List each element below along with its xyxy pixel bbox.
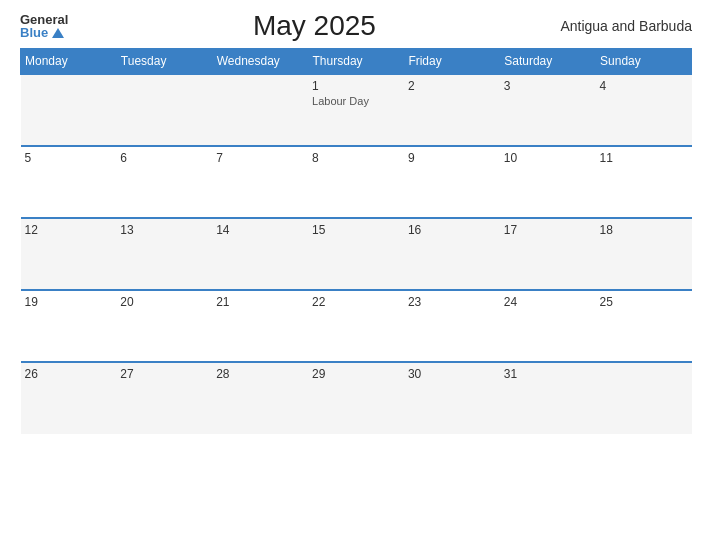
- calendar-day-cell: 11: [596, 146, 692, 218]
- day-number: 5: [25, 151, 113, 165]
- day-number: 12: [25, 223, 113, 237]
- logo-triangle-icon: [52, 28, 64, 38]
- calendar-day-cell: [596, 362, 692, 434]
- calendar-day-cell: 20: [116, 290, 212, 362]
- weekday-header: Sunday: [596, 49, 692, 75]
- calendar-day-cell: 16: [404, 218, 500, 290]
- calendar-week-row: 1Labour Day234: [21, 74, 692, 146]
- calendar-week-row: 19202122232425: [21, 290, 692, 362]
- calendar-day-cell: 3: [500, 74, 596, 146]
- calendar-day-cell: 30: [404, 362, 500, 434]
- day-number: 16: [408, 223, 496, 237]
- calendar-day-cell: 9: [404, 146, 500, 218]
- calendar-day-cell: 5: [21, 146, 117, 218]
- calendar-body: 1Labour Day23456789101112131415161718192…: [21, 74, 692, 434]
- calendar-day-cell: 21: [212, 290, 308, 362]
- weekday-header: Monday: [21, 49, 117, 75]
- logo-blue-text: Blue: [20, 26, 64, 39]
- day-number: 9: [408, 151, 496, 165]
- calendar-title: May 2025: [253, 10, 376, 42]
- day-number: 1: [312, 79, 400, 93]
- day-number: 25: [600, 295, 688, 309]
- calendar-day-cell: 24: [500, 290, 596, 362]
- page-header: General Blue May 2025 Antigua and Barbud…: [20, 10, 692, 42]
- calendar-day-cell: 17: [500, 218, 596, 290]
- calendar-day-cell: 2: [404, 74, 500, 146]
- weekday-header: Friday: [404, 49, 500, 75]
- day-number: 30: [408, 367, 496, 381]
- day-number: 8: [312, 151, 400, 165]
- calendar-week-row: 12131415161718: [21, 218, 692, 290]
- calendar-day-cell: 19: [21, 290, 117, 362]
- calendar-day-cell: 28: [212, 362, 308, 434]
- calendar-day-cell: [116, 74, 212, 146]
- calendar-day-cell: 27: [116, 362, 212, 434]
- day-number: 13: [120, 223, 208, 237]
- day-number: 4: [600, 79, 688, 93]
- calendar-day-cell: 25: [596, 290, 692, 362]
- calendar-day-cell: [212, 74, 308, 146]
- day-number: 3: [504, 79, 592, 93]
- day-number: 7: [216, 151, 304, 165]
- day-number: 31: [504, 367, 592, 381]
- day-number: 17: [504, 223, 592, 237]
- calendar-day-cell: 8: [308, 146, 404, 218]
- calendar-day-cell: 29: [308, 362, 404, 434]
- day-number: 29: [312, 367, 400, 381]
- calendar-day-cell: 22: [308, 290, 404, 362]
- calendar-day-cell: 15: [308, 218, 404, 290]
- calendar-day-cell: 7: [212, 146, 308, 218]
- calendar-day-cell: 18: [596, 218, 692, 290]
- day-number: 10: [504, 151, 592, 165]
- calendar-day-cell: [21, 74, 117, 146]
- calendar-day-cell: 14: [212, 218, 308, 290]
- day-number: 23: [408, 295, 496, 309]
- day-number: 11: [600, 151, 688, 165]
- calendar-day-cell: 1Labour Day: [308, 74, 404, 146]
- calendar-day-cell: 10: [500, 146, 596, 218]
- day-number: 14: [216, 223, 304, 237]
- weekday-header: Wednesday: [212, 49, 308, 75]
- logo: General Blue: [20, 13, 68, 39]
- calendar-week-row: 567891011: [21, 146, 692, 218]
- day-number: 6: [120, 151, 208, 165]
- day-number: 22: [312, 295, 400, 309]
- calendar-day-cell: 12: [21, 218, 117, 290]
- day-number: 2: [408, 79, 496, 93]
- weekday-header: Thursday: [308, 49, 404, 75]
- calendar-day-cell: 13: [116, 218, 212, 290]
- calendar-day-cell: 6: [116, 146, 212, 218]
- calendar-day-cell: 26: [21, 362, 117, 434]
- day-number: 26: [25, 367, 113, 381]
- day-number: 19: [25, 295, 113, 309]
- weekday-row: MondayTuesdayWednesdayThursdayFridaySatu…: [21, 49, 692, 75]
- day-number: 15: [312, 223, 400, 237]
- day-number: 28: [216, 367, 304, 381]
- day-number: 27: [120, 367, 208, 381]
- country-label: Antigua and Barbuda: [560, 18, 692, 34]
- calendar-day-cell: 23: [404, 290, 500, 362]
- calendar-week-row: 262728293031: [21, 362, 692, 434]
- day-number: 24: [504, 295, 592, 309]
- weekday-header: Tuesday: [116, 49, 212, 75]
- holiday-label: Labour Day: [312, 95, 400, 107]
- calendar-table: MondayTuesdayWednesdayThursdayFridaySatu…: [20, 48, 692, 434]
- day-number: 20: [120, 295, 208, 309]
- day-number: 18: [600, 223, 688, 237]
- calendar-header: MondayTuesdayWednesdayThursdayFridaySatu…: [21, 49, 692, 75]
- calendar-day-cell: 4: [596, 74, 692, 146]
- calendar-day-cell: 31: [500, 362, 596, 434]
- day-number: 21: [216, 295, 304, 309]
- weekday-header: Saturday: [500, 49, 596, 75]
